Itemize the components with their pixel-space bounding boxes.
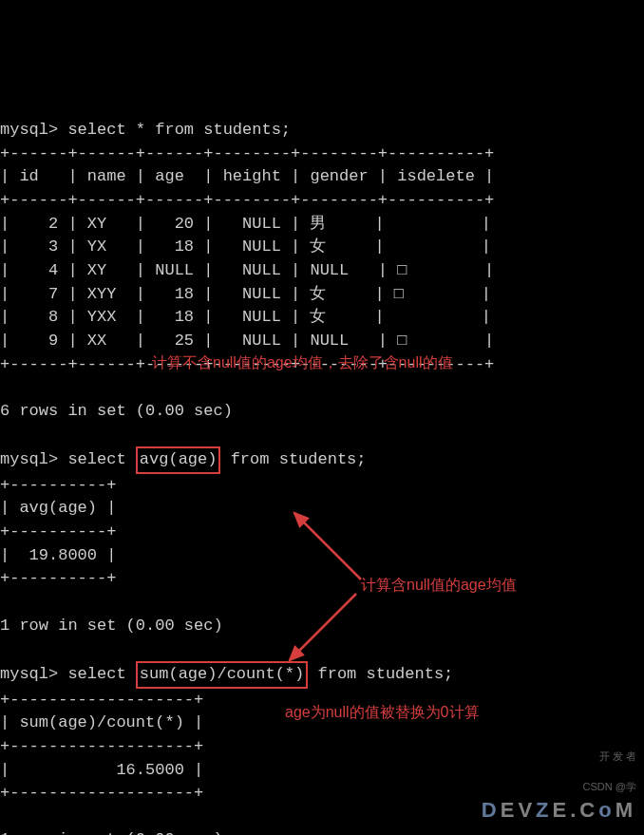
table-row: | 2 | XY | 20 | NULL | 男 | | xyxy=(0,215,491,233)
q2-sql-after: from students; xyxy=(220,450,366,468)
q1-header: | id | name | age | height | gender | is… xyxy=(0,167,494,185)
annotation-1: 计算不含null值的age均值，去除了含null的值 xyxy=(152,351,453,373)
q3-sql-before: select xyxy=(67,665,135,683)
watermark: 开 发 者 CSDN @学 DEVZE.CoM xyxy=(476,719,636,826)
q3-sep: +-------------------+ xyxy=(0,737,203,755)
q2-sep: +----------+ xyxy=(0,522,116,541)
annotation-2: 计算含null值的age均值 xyxy=(361,574,517,596)
mysql-prompt: mysql> xyxy=(0,121,67,139)
mysql-prompt: mysql> xyxy=(0,665,67,683)
q1-footer: 6 rows in set (0.00 sec) xyxy=(0,402,233,420)
table-row: | 9 | XX | 25 | NULL | NULL | □ | xyxy=(0,332,494,350)
watermark-csdn: CSDN @学 xyxy=(583,781,636,792)
q2-footer: 1 row in set (0.00 sec) xyxy=(0,617,223,635)
q2-header: | avg(age) | xyxy=(0,499,116,517)
q2-sep: +----------+ xyxy=(0,476,116,494)
q2-highlight-avg: avg(age) xyxy=(136,446,221,474)
q2-sep: +----------+ xyxy=(0,569,116,587)
q3-sep: +-------------------+ xyxy=(0,691,203,709)
q3-highlight-sumcount: sum(age)/count(*) xyxy=(136,661,308,689)
table-row: | 7 | XYY | 18 | NULL | 女 | □ | xyxy=(0,285,491,303)
q3-sql-after: from students; xyxy=(308,665,453,683)
q3-header: | sum(age)/count(*) | xyxy=(0,713,203,731)
query2-line: mysql> select avg(age) from students; xyxy=(0,450,367,468)
q3-value: | 16.5000 | xyxy=(0,761,203,779)
q1-sep-mid: +------+------+------+--------+--------+… xyxy=(0,191,494,209)
query1-line: mysql> select * from students; xyxy=(0,121,291,139)
watermark-line1: 开 发 者 xyxy=(476,750,636,765)
annotation-3: age为null的值被替换为0计算 xyxy=(285,701,480,723)
query1-sql: select * from students; xyxy=(67,121,291,139)
q2-sql-before: select xyxy=(67,450,135,468)
q1-sep-top: +------+------+------+--------+--------+… xyxy=(0,144,494,162)
q3-footer: 1 row in set (0.00 sec) xyxy=(0,830,223,835)
table-row: | 3 | YX | 18 | NULL | 女 | | xyxy=(0,237,491,256)
watermark-logo: DEVZE.CoM xyxy=(482,798,636,822)
table-row: | 8 | YXX | 18 | NULL | 女 | | xyxy=(0,308,491,326)
q2-value: | 19.8000 | xyxy=(0,546,116,564)
query3-line: mysql> select sum(age)/count(*) from stu… xyxy=(0,665,453,683)
mysql-prompt: mysql> xyxy=(0,450,67,468)
q3-sep: +-------------------+ xyxy=(0,784,203,802)
table-row: | 4 | XY | NULL | NULL | NULL | □ | xyxy=(0,261,494,279)
